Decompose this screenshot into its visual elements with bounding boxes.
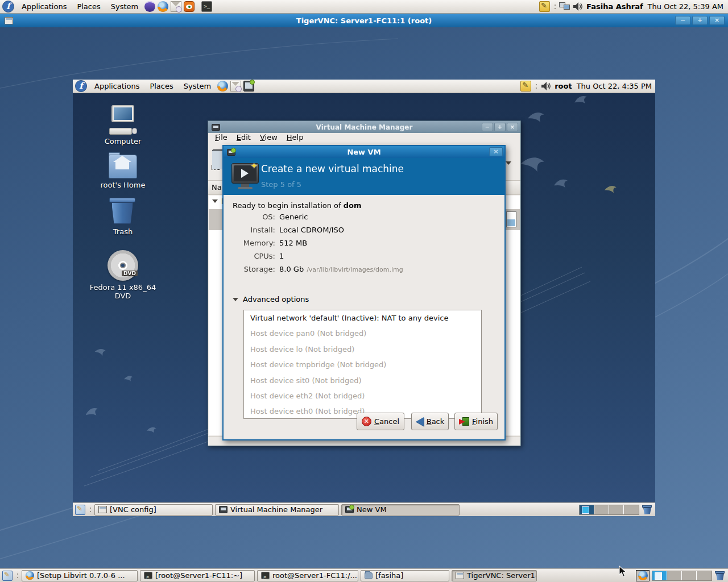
desktop-icon-dvd[interactable]: DVD Fedora 11 x86_64 DVD	[86, 250, 160, 300]
guest-clock[interactable]: Thu Oct 22, 4:35 PM	[577, 82, 652, 90]
trash-icon	[109, 197, 136, 225]
desktop-icon-computer[interactable]: Computer	[86, 105, 160, 146]
host-trash-applet-icon[interactable]	[714, 571, 726, 581]
window-selector-firefox-icon[interactable]	[636, 570, 650, 581]
guest-taskbar-applet-icon[interactable]	[75, 505, 85, 515]
desktop-icon-home[interactable]: root's Home	[86, 152, 160, 189]
vmm-minimize-button[interactable]: −	[482, 123, 493, 131]
guest-fedora-menu-icon[interactable]: f	[75, 80, 87, 92]
finish-button[interactable]: Finish	[454, 413, 498, 430]
create-vm-icon: ✦	[231, 163, 259, 189]
vmm-view-dropdown-icon[interactable]	[506, 161, 511, 165]
taskbar-button-setup-libvirt[interactable]: [Setup Libvirt 0.7.0-6 ...	[22, 570, 138, 581]
host-menu-places[interactable]: Places	[72, 0, 105, 14]
taskbar-button-terminal-home[interactable]: [root@Server1-FC11:~]	[140, 570, 255, 581]
expander-icon[interactable]	[212, 199, 218, 203]
email-launcher-icon[interactable]	[171, 1, 181, 12]
notes-tray-icon[interactable]	[539, 1, 550, 12]
window-icon	[456, 572, 464, 579]
tigervnc-window-titlebar[interactable]: TigerVNC: Server1-FC11:1 (root) − + ×	[0, 14, 728, 27]
network-option[interactable]: Virtual network 'default' (Inactive): NA…	[244, 310, 481, 326]
wizard-title: Create a new virtual machine	[261, 163, 404, 174]
guest-email-launcher-icon[interactable]	[230, 81, 241, 92]
taskbar-button-tigervnc[interactable]: TigerVNC: Server1-FC...	[452, 570, 537, 581]
minimize-button[interactable]: −	[675, 16, 690, 25]
monitor-icon	[219, 506, 228, 513]
vmm-close-button[interactable]: ×	[507, 123, 518, 131]
network-tray-icon[interactable]	[559, 1, 570, 12]
finish-icon	[459, 417, 469, 426]
taskbar-button-fasiha[interactable]: [fasiha]	[361, 570, 449, 581]
cancel-button[interactable]: ✕ Cancel	[357, 413, 404, 430]
new-vm-close-button[interactable]: ×	[489, 147, 503, 156]
desktop-icon-label: Fedora 11 x86_64 DVD	[86, 283, 160, 300]
firefox-launcher-icon[interactable]	[158, 1, 168, 12]
guest-workspace-switcher[interactable]	[579, 505, 639, 515]
app-launcher-icon[interactable]	[184, 1, 195, 12]
home-folder-icon	[107, 152, 138, 178]
desktop-icon-trash[interactable]: Trash	[86, 197, 160, 236]
host-top-panel: f Applications Places System Fasiha Ashr…	[0, 0, 728, 14]
new-vm-titlebar[interactable]: New VM ×	[224, 146, 504, 158]
field-storage: Storage:8.0 Gb/var/lib/libvirt/images/do…	[233, 265, 403, 278]
workspace-2[interactable]	[594, 505, 609, 514]
volume-tray-icon[interactable]	[572, 1, 583, 12]
folder-icon	[365, 572, 373, 579]
taskbar-button-vnc-config[interactable]: [VNC config]	[94, 504, 213, 516]
host-taskbar-applet-icon[interactable]	[2, 571, 13, 581]
guest-firefox-launcher-icon[interactable]	[217, 81, 228, 92]
close-button[interactable]: ×	[709, 16, 725, 25]
network-option: Host device tmpbridge (Not bridged)	[244, 357, 481, 372]
host-username[interactable]: Fasiha Ashraf	[586, 2, 643, 11]
summary-fields: OS:Generic Install:Local CDROM/ISO Memor…	[233, 213, 403, 278]
fedora-menu-icon[interactable]: f	[2, 1, 14, 13]
monitor-icon	[345, 506, 354, 513]
workspace-3[interactable]	[682, 571, 697, 580]
field-os: OS:Generic	[233, 213, 403, 226]
host-menu-applications[interactable]: Applications	[16, 0, 72, 14]
tigervnc-window-icon	[5, 17, 13, 24]
wizard-step: Step 5 of 5	[261, 180, 301, 189]
network-options-list[interactable]: Virtual network 'default' (Inactive): NA…	[243, 310, 482, 419]
workspace-1[interactable]	[652, 571, 667, 580]
firefox-icon	[26, 571, 34, 580]
expander-icon	[233, 298, 238, 301]
guest-taskbar: [VNC config] Virtual Machine Manager New…	[73, 502, 655, 516]
host-menu-system[interactable]: System	[106, 0, 143, 14]
taskbar-button-terminal-root[interactable]: root@Server1-FC11:/...	[257, 570, 358, 581]
guest-menu-places[interactable]: Places	[144, 80, 178, 93]
workspace-2[interactable]	[667, 571, 682, 580]
vmm-titlebar[interactable]: Virtual Machine Manager − + ×	[208, 121, 520, 133]
maximize-button[interactable]: +	[692, 16, 708, 25]
back-button[interactable]: Back	[411, 413, 449, 430]
guest-notes-tray-icon[interactable]	[520, 81, 531, 92]
workspace-4[interactable]	[624, 505, 639, 514]
new-vm-header: ✦ Create a new virtual machine Step 5 of…	[224, 158, 504, 195]
vmm-maximize-button[interactable]: +	[494, 123, 506, 131]
desktop-icon-label: root's Home	[86, 181, 160, 189]
workspace-3[interactable]	[609, 505, 624, 514]
desktop-icon-label: Computer	[86, 137, 160, 146]
host-workspace-switcher[interactable]	[652, 571, 712, 581]
guest-vm-launcher-icon[interactable]	[243, 81, 254, 92]
workspace-1[interactable]	[580, 505, 594, 514]
guest-volume-tray-icon[interactable]	[540, 81, 551, 92]
guest-menu-applications[interactable]: Applications	[89, 80, 144, 93]
cpu-usage-graph	[506, 211, 516, 227]
terminal-icon	[261, 572, 270, 579]
terminal-launcher-icon[interactable]	[201, 1, 212, 12]
guest-top-panel: f Applications Places System root Thu Oc…	[73, 80, 655, 93]
taskbar-button-new-vm[interactable]: New VM	[341, 504, 460, 516]
taskbar-button-vmm[interactable]: Virtual Machine Manager	[215, 504, 339, 516]
advanced-options-expander[interactable]: Advanced options	[233, 295, 309, 304]
guest-menu-system[interactable]: System	[179, 80, 216, 93]
cancel-icon: ✕	[362, 417, 371, 426]
host-clock[interactable]: Thu Oct 22, 5:39 AM	[648, 2, 723, 11]
guest-username[interactable]: root	[555, 82, 572, 90]
eclipse-launcher-icon[interactable]	[144, 1, 155, 12]
dialog-buttons: ✕ Cancel Back Finish	[224, 413, 504, 431]
guest-trash-applet-icon[interactable]	[642, 505, 653, 515]
install-summary-heading: Ready to begin installation of dom	[233, 201, 362, 210]
firefox-icon	[638, 571, 648, 580]
workspace-4[interactable]	[697, 571, 712, 580]
